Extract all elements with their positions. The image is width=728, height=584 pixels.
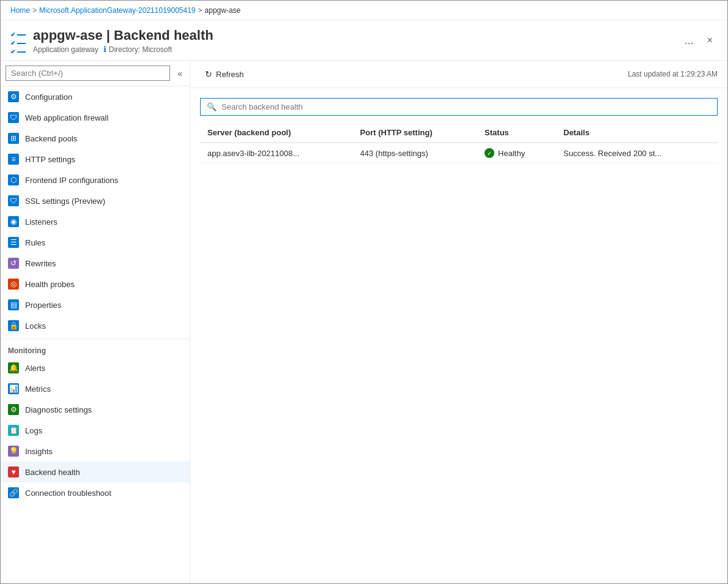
breadcrumb-sep-1: > bbox=[32, 6, 37, 15]
sidebar-item-metrics[interactable]: 📊 Metrics bbox=[1, 378, 190, 399]
sidebar-label-logs: Logs bbox=[25, 426, 42, 435]
backend-pools-icon: ⊞ bbox=[8, 133, 19, 144]
sidebar-item-rules[interactable]: ☰ Rules bbox=[1, 232, 190, 253]
refresh-label: Refresh bbox=[216, 70, 244, 79]
cell-status: ✓ Healthy bbox=[477, 143, 556, 163]
sidebar-label-diagnostic-settings: Diagnostic settings bbox=[25, 405, 92, 414]
breadcrumb: Home > Microsoft.ApplicationGateway-2021… bbox=[10, 6, 240, 15]
sidebar-label-locks: Locks bbox=[25, 321, 46, 331]
refresh-button[interactable]: ↻ Refresh bbox=[200, 67, 249, 81]
breadcrumb-home[interactable]: Home bbox=[10, 6, 30, 15]
sidebar-label-listeners: Listeners bbox=[25, 217, 58, 226]
col-details: Details bbox=[556, 123, 718, 143]
sidebar-item-properties[interactable]: ▤ Properties bbox=[1, 294, 190, 315]
col-status: Status bbox=[477, 123, 556, 143]
content-area: ↻ Refresh Last updated at 1:29:23 AM 🔍 S… bbox=[190, 61, 727, 583]
resource-icon: ✔ ✔ ✔ bbox=[10, 28, 26, 55]
breadcrumb-current: appgw-ase bbox=[205, 6, 241, 15]
sidebar-nav: ⚙ Configuration 🛡 Web application firewa… bbox=[1, 86, 190, 583]
page-title: appgw-ase | Backend health bbox=[33, 28, 214, 43]
sidebar-item-configuration[interactable]: ⚙ Configuration bbox=[1, 86, 190, 107]
locks-icon: 🔒 bbox=[8, 320, 19, 331]
logs-icon: 📋 bbox=[8, 425, 19, 436]
sidebar-item-locks[interactable]: 🔒 Locks bbox=[1, 315, 190, 336]
content-toolbar: ↻ Refresh Last updated at 1:29:23 AM bbox=[190, 61, 727, 88]
sidebar-item-http-settings[interactable]: ≡ HTTP settings bbox=[1, 149, 190, 170]
page-subtitle: Application gateway ℹ Directory: Microso… bbox=[33, 45, 214, 54]
sidebar-label-metrics: Metrics bbox=[25, 384, 51, 394]
main-layout: « ⚙ Configuration 🛡 Web application fire… bbox=[1, 61, 727, 583]
collapse-button[interactable]: « bbox=[175, 66, 185, 81]
sidebar: « ⚙ Configuration 🛡 Web application fire… bbox=[1, 61, 190, 583]
sidebar-label-configuration: Configuration bbox=[25, 92, 72, 102]
sidebar-item-insights[interactable]: 💡 Insights bbox=[1, 441, 190, 462]
rewrites-icon: ↺ bbox=[8, 258, 19, 269]
search-icon: 🔍 bbox=[207, 102, 217, 111]
sidebar-label-frontend-ip: Frontend IP configurations bbox=[25, 176, 118, 185]
table-header: Server (backend pool) Port (HTTP setting… bbox=[200, 123, 718, 143]
sidebar-item-rewrites[interactable]: ↺ Rewrites bbox=[1, 253, 190, 274]
info-icon: ℹ bbox=[103, 45, 106, 54]
backend-health-search-input[interactable] bbox=[221, 102, 711, 111]
sidebar-label-connection-troubleshoot: Connection troubleshoot bbox=[25, 489, 111, 498]
sidebar-label-http-settings: HTTP settings bbox=[25, 155, 75, 164]
sidebar-label-properties: Properties bbox=[25, 301, 61, 310]
col-port: Port (HTTP setting) bbox=[353, 123, 478, 143]
sidebar-item-alerts[interactable]: 🔔 Alerts bbox=[1, 358, 190, 378]
refresh-icon: ↻ bbox=[205, 69, 212, 79]
sidebar-item-logs[interactable]: 📋 Logs bbox=[1, 420, 190, 441]
sidebar-item-listeners[interactable]: ◉ Listeners bbox=[1, 211, 190, 232]
configuration-icon: ⚙ bbox=[8, 91, 19, 102]
title-block: appgw-ase | Backend health Application g… bbox=[33, 28, 214, 54]
more-options-button[interactable]: ... bbox=[681, 33, 697, 48]
sidebar-label-rules: Rules bbox=[25, 238, 45, 247]
sidebar-item-waf[interactable]: 🛡 Web application firewall bbox=[1, 107, 190, 128]
sidebar-label-alerts: Alerts bbox=[25, 364, 45, 373]
page-header: ✔ ✔ ✔ appgw-ase | Backend health Applica… bbox=[1, 20, 727, 61]
sidebar-item-frontend-ip[interactable]: ⬡ Frontend IP configurations bbox=[1, 170, 190, 190]
connection-troubleshoot-icon: 🔗 bbox=[8, 487, 19, 498]
sidebar-item-backend-health[interactable]: ♥ Backend health bbox=[1, 462, 190, 482]
rules-icon: ☰ bbox=[8, 237, 19, 248]
sidebar-label-insights: Insights bbox=[25, 447, 53, 456]
col-server: Server (backend pool) bbox=[200, 123, 353, 143]
frontend-ip-icon: ⬡ bbox=[8, 174, 19, 185]
directory-info: ℹ Directory: Microsoft bbox=[103, 45, 172, 54]
table-body: app.asev3-ilb-20211008... 443 (https-set… bbox=[200, 143, 718, 163]
backend-health-table: Server (backend pool) Port (HTTP setting… bbox=[200, 123, 718, 163]
ssl-settings-icon: 🛡 bbox=[8, 195, 19, 206]
status-dot: ✓ bbox=[485, 148, 494, 158]
header-actions: ... × bbox=[681, 32, 718, 48]
search-input[interactable] bbox=[6, 66, 170, 81]
cell-server: app.asev3-ilb-20211008... bbox=[200, 143, 353, 163]
diagnostic-settings-icon: ⚙ bbox=[8, 404, 19, 415]
monitoring-section-header: Monitoring bbox=[1, 339, 190, 358]
breadcrumb-sep-2: > bbox=[198, 6, 202, 15]
health-probes-icon: ◎ bbox=[8, 279, 19, 290]
breadcrumb-gateway[interactable]: Microsoft.ApplicationGateway-20211019005… bbox=[39, 6, 196, 15]
status-healthy-indicator: ✓ Healthy bbox=[485, 148, 549, 158]
last-updated-text: Last updated at 1:29:23 AM bbox=[628, 70, 718, 78]
directory-label: Directory: Microsoft bbox=[109, 45, 172, 54]
sidebar-label-ssl-settings: SSL settings (Preview) bbox=[25, 197, 105, 206]
sidebar-label-waf: Web application firewall bbox=[25, 113, 108, 122]
sidebar-label-rewrites: Rewrites bbox=[25, 259, 56, 268]
close-button[interactable]: × bbox=[702, 32, 718, 48]
resource-type-label: Application gateway bbox=[33, 45, 98, 54]
sidebar-label-backend-health: Backend health bbox=[25, 468, 80, 477]
listeners-icon: ◉ bbox=[8, 216, 19, 227]
backend-health-search: 🔍 bbox=[200, 98, 718, 116]
sidebar-item-backend-pools[interactable]: ⊞ Backend pools bbox=[1, 128, 190, 149]
sidebar-item-ssl-settings[interactable]: 🛡 SSL settings (Preview) bbox=[1, 190, 190, 211]
sidebar-label-backend-pools: Backend pools bbox=[25, 134, 77, 143]
sidebar-item-health-probes[interactable]: ◎ Health probes bbox=[1, 274, 190, 294]
sidebar-item-diagnostic-settings[interactable]: ⚙ Diagnostic settings bbox=[1, 399, 190, 420]
table-row: app.asev3-ilb-20211008... 443 (https-set… bbox=[200, 143, 718, 163]
waf-icon: 🛡 bbox=[8, 112, 19, 123]
sidebar-search-bar: « bbox=[1, 61, 190, 86]
insights-icon: 💡 bbox=[8, 446, 19, 457]
sidebar-item-connection-troubleshoot[interactable]: 🔗 Connection troubleshoot bbox=[1, 482, 190, 503]
top-bar: Home > Microsoft.ApplicationGateway-2021… bbox=[1, 1, 727, 20]
app-window: Home > Microsoft.ApplicationGateway-2021… bbox=[0, 0, 728, 584]
alerts-icon: 🔔 bbox=[8, 362, 19, 373]
